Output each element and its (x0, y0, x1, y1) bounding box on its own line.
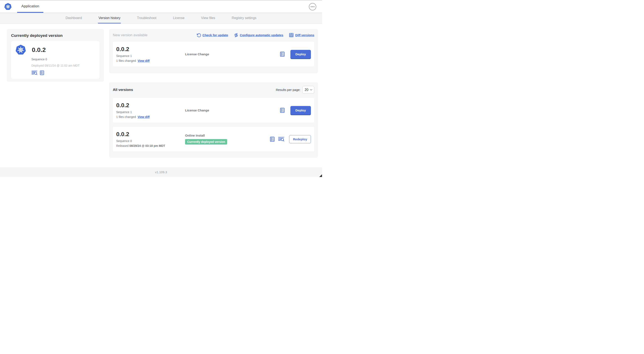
deploy-button[interactable]: Deploy (290, 50, 311, 59)
overflow-menu-button[interactable] (308, 3, 316, 11)
right-column: New version available Check for update (109, 29, 318, 158)
version-row: 0.0.2 Sequence 1 1 files changedView dif… (113, 98, 314, 123)
new-version-row: 0.0.2 Sequence 1 1 files changedView dif… (113, 42, 314, 66)
header-spacer (43, 1, 308, 13)
tab-view-files[interactable]: View files (200, 13, 216, 24)
preflight-checklist-icon[interactable] (270, 136, 275, 142)
configure-automatic-updates-link[interactable]: Configure automatic updates (234, 33, 284, 38)
deployed-timestamp: Deployed 09/11/24 @ 11:02 am MDT (32, 64, 95, 67)
app-header: Application (0, 0, 322, 13)
tab-license[interactable]: License (172, 13, 185, 24)
view-diff-link[interactable]: View diff (138, 115, 150, 119)
row-source-label: Online Install (185, 134, 270, 137)
all-versions-title: All versions (113, 88, 133, 92)
row-files-changed: 1 files changed (116, 59, 136, 63)
console-version: v1.109.3 (0, 167, 322, 177)
admin-console-app: Application Dashboard Version history Tr… (0, 0, 322, 177)
version-row: 0.0.2 Sequence 0 Released 08/29/24 @ 03:… (113, 127, 314, 151)
auto-update-clock-icon (234, 33, 238, 38)
tab-dashboard[interactable]: Dashboard (65, 13, 82, 24)
row-sequence: Sequence 1 (116, 110, 185, 114)
row-files-changed: 1 files changed (116, 115, 136, 119)
new-version-actions: Check for update Configure automatic upd… (196, 33, 314, 38)
results-per-page-select[interactable]: 20 (302, 86, 314, 94)
app-title: Application (21, 4, 39, 8)
refresh-icon (196, 33, 201, 38)
row-released-prefix: Released (116, 144, 128, 147)
currently-deployed-badge: Currently deployed version (185, 139, 227, 145)
results-per-page: Results per page: 20 (276, 86, 314, 94)
row-source-label: License Change (185, 52, 280, 56)
row-sequence: Sequence 1 (116, 54, 185, 58)
main-content: Currently deployed version 0.0.2 Sequenc… (0, 24, 322, 158)
app-tabbar: Dashboard Version history Troubleshoot L… (0, 13, 322, 24)
tab-troubleshoot[interactable]: Troubleshoot (136, 13, 157, 24)
tab-registry-settings[interactable]: Registry settings (231, 13, 257, 24)
app-title-tab[interactable]: Application (17, 1, 43, 13)
deploy-logs-icon[interactable] (278, 137, 284, 142)
preflight-checklist-icon[interactable] (280, 51, 285, 57)
all-versions-panel: All versions Results per page: 20 (109, 82, 318, 158)
currently-deployed-panel: Currently deployed version 0.0.2 Sequenc… (7, 29, 104, 82)
app-logo (4, 1, 12, 13)
diff-icon (289, 33, 294, 38)
row-version-number: 0.0.2 (116, 46, 185, 53)
deployed-version-number: 0.0.2 (32, 46, 46, 54)
redeploy-button[interactable]: Redeploy (289, 135, 311, 143)
currently-deployed-title: Currently deployed version (11, 33, 100, 38)
results-per-page-label: Results per page: (276, 88, 300, 92)
new-version-title: New version available (113, 33, 148, 37)
row-version-number: 0.0.2 (116, 131, 185, 138)
deploy-button[interactable]: Deploy (290, 106, 311, 115)
results-per-page-value: 20 (304, 88, 308, 92)
row-sequence: Sequence 0 (116, 139, 185, 143)
mouse-cursor (319, 174, 322, 177)
chevron-down-icon (310, 89, 312, 91)
preflight-checklist-icon[interactable] (280, 108, 285, 113)
kubernetes-logo-icon (4, 3, 12, 10)
row-source-label: License Change (185, 109, 280, 112)
row-version-number: 0.0.2 (116, 102, 185, 109)
currently-deployed-card: 0.0.2 Sequence 0 Deployed 09/11/24 @ 11:… (11, 41, 100, 79)
check-for-update-link[interactable]: Check for update (196, 33, 228, 38)
deploy-logs-icon[interactable] (32, 70, 38, 75)
new-version-panel: New version available Check for update (109, 29, 318, 73)
app-footer: v1.109.3 (0, 167, 322, 177)
preflight-checklist-icon[interactable] (39, 70, 44, 75)
tab-version-history[interactable]: Version history (98, 13, 121, 24)
app-version-logo-icon (15, 45, 26, 55)
deployed-sequence: Sequence 0 (32, 58, 95, 61)
diff-versions-link[interactable]: Diff versions (289, 33, 314, 38)
ellipsis-icon (308, 3, 316, 11)
view-diff-link[interactable]: View diff (138, 59, 150, 63)
row-released-date: 08/29/24 @ 03:18 pm MDT (130, 144, 165, 147)
